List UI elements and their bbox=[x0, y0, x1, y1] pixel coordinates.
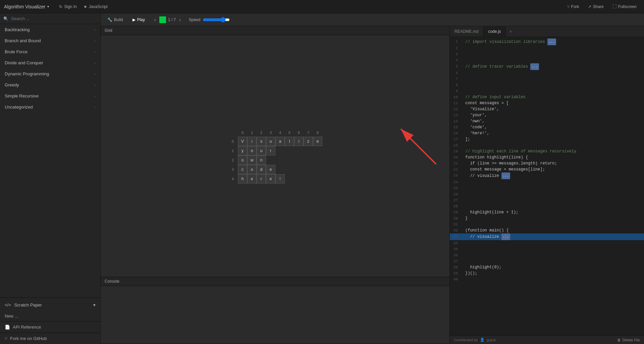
code-line: 15 'code', bbox=[450, 124, 644, 130]
line-number: 6 bbox=[451, 70, 461, 76]
code-line: 31 bbox=[450, 221, 644, 227]
line-dot bbox=[461, 191, 465, 197]
delete-icon: 🗑 bbox=[617, 338, 621, 342]
sidebar-nav-item[interactable]: Divide and Conquer› bbox=[0, 57, 100, 68]
line-dot: · bbox=[461, 39, 465, 45]
grid-cell: l bbox=[285, 137, 294, 146]
code-tabs: README.md code.js + bbox=[450, 26, 644, 37]
line-dot bbox=[461, 70, 465, 76]
sidebar-nav-item[interactable]: Simple Recursive› bbox=[0, 90, 100, 101]
sidebar-nav-item[interactable]: Branch and Bound› bbox=[0, 35, 100, 46]
line-number: 33 bbox=[451, 233, 461, 240]
build-button[interactable]: 🔧 Build bbox=[104, 16, 126, 23]
line-dot bbox=[461, 221, 465, 227]
scratch-paper-header[interactable]: </> Scratch Paper ▾ bbox=[0, 299, 100, 311]
line-content: 'here!', bbox=[465, 130, 489, 136]
line-dot bbox=[461, 166, 465, 173]
grid-panel-header: Grid bbox=[101, 26, 449, 35]
grid-cell: o bbox=[247, 146, 257, 155]
code-line: 30} bbox=[450, 215, 644, 221]
line-content: // import visualization libraries ... bbox=[465, 39, 556, 45]
code-line: 5·// define tracer variables ... bbox=[450, 63, 644, 70]
code-line: 22 const message = messages[line]; bbox=[450, 166, 644, 173]
line-number: 28 bbox=[451, 203, 461, 209]
line-content: highlight(0); bbox=[465, 264, 501, 270]
app-title-chevron-icon: ▾ bbox=[47, 5, 49, 8]
fullscreen-icon: ⛶ bbox=[612, 4, 616, 9]
code-line: 4 bbox=[450, 57, 644, 63]
grid-cell: a bbox=[275, 137, 285, 146]
fork-github-link[interactable]: ⑂ Fork me on GitHub bbox=[0, 333, 100, 344]
code-line: 40 bbox=[450, 276, 644, 282]
tab-readme[interactable]: README.md bbox=[450, 26, 483, 37]
line-number: 32 bbox=[451, 227, 461, 233]
delete-file-button[interactable]: 🗑 Delete File bbox=[617, 338, 640, 342]
code-line: 12 'Visualize', bbox=[450, 106, 644, 112]
code-line: 21 if (line >= messages.length) return; bbox=[450, 160, 644, 166]
nav-prev-button[interactable]: ‹ bbox=[152, 16, 158, 23]
grid-row-label: 4 bbox=[228, 174, 238, 184]
chevron-right-icon: › bbox=[94, 39, 96, 43]
line-dot bbox=[461, 118, 465, 124]
sidebar-nav-item[interactable]: Brute Force› bbox=[0, 46, 100, 57]
line-number: 36 bbox=[451, 252, 461, 258]
inline-badge: ... bbox=[547, 39, 556, 45]
line-dot bbox=[461, 142, 465, 148]
code-panel: README.md code.js + 1·// import visualiz… bbox=[449, 26, 644, 344]
app-title: Algorithm Visualizer ▾ bbox=[4, 4, 49, 9]
line-content: if (line >= messages.length) return; bbox=[465, 160, 557, 166]
grid-row: 2own bbox=[228, 155, 322, 165]
line-number: 16 bbox=[451, 130, 461, 136]
chevron-right-icon: › bbox=[94, 61, 96, 65]
grid-cell bbox=[294, 155, 304, 165]
grid-row-label: 2 bbox=[228, 155, 238, 165]
line-number: 29 bbox=[451, 209, 461, 215]
line-number: 4 bbox=[451, 57, 461, 63]
code-line: 25 bbox=[450, 185, 644, 191]
fullscreen-button[interactable]: ⛶ Fullscreen bbox=[609, 3, 640, 10]
tab-codejs[interactable]: code.js bbox=[483, 26, 506, 37]
code-line: 11const messages = [ bbox=[450, 100, 644, 106]
center-area: 🔧 Build ▶ Play ‹ 1 / 7 › Speed bbox=[101, 13, 644, 344]
sidebar-nav-item[interactable]: Backtracking› bbox=[0, 24, 100, 35]
line-content: } bbox=[465, 215, 468, 221]
console-panel-header: Console bbox=[101, 277, 449, 286]
share-button[interactable]: ↗ Share bbox=[585, 3, 607, 10]
add-tab-button[interactable]: + bbox=[506, 26, 515, 37]
line-number: 8 bbox=[451, 82, 461, 88]
line-content: // define tracer variables ... bbox=[465, 63, 539, 70]
speed-label: Speed bbox=[189, 17, 201, 22]
speed-slider[interactable] bbox=[203, 17, 230, 22]
grid-row: 1your bbox=[228, 146, 322, 155]
code-line: 20function highlight(line) { bbox=[450, 154, 644, 160]
play-button[interactable]: ▶ Play bbox=[129, 16, 148, 23]
line-dot bbox=[461, 227, 465, 233]
line-dot bbox=[461, 252, 465, 258]
grid-col-label: 1 bbox=[247, 129, 257, 137]
sidebar-nav-item[interactable]: Dynamic Programming› bbox=[0, 68, 100, 79]
api-reference-link[interactable]: 📄 API Reference bbox=[0, 321, 100, 333]
nav-item-label: Uncategorized bbox=[5, 105, 33, 110]
sign-in-button[interactable]: ↻ Sign In bbox=[56, 3, 80, 10]
line-dot: · bbox=[461, 63, 465, 70]
nav-item-label: Greedy bbox=[5, 82, 19, 87]
line-number: 24 bbox=[451, 179, 461, 185]
line-number: 9 bbox=[451, 88, 461, 94]
nav-list: Backtracking›Branch and Bound›Brute Forc… bbox=[0, 24, 100, 297]
line-content: highlight(line + 1); bbox=[465, 209, 518, 215]
sidebar-nav-item[interactable]: Uncategorized› bbox=[0, 101, 100, 113]
grid-cell: o bbox=[247, 165, 257, 174]
line-number: 11 bbox=[451, 100, 461, 106]
fork-button[interactable]: ⑂ Fork bbox=[564, 3, 583, 10]
fork-icon: ⑂ bbox=[567, 4, 570, 9]
new-scratch-button[interactable]: New ... bbox=[0, 311, 100, 321]
nav-next-button[interactable]: › bbox=[177, 16, 183, 23]
sidebar-nav-item[interactable]: Greedy› bbox=[0, 79, 100, 90]
javascript-button[interactable]: ★ JavaScript bbox=[80, 3, 111, 10]
search-input[interactable] bbox=[11, 16, 97, 21]
line-dot bbox=[461, 246, 465, 252]
nav-item-label: Dynamic Programming bbox=[5, 71, 49, 76]
share-icon: ↗ bbox=[588, 4, 591, 9]
line-number: 2 bbox=[451, 45, 461, 51]
grid-row-label: 1 bbox=[228, 146, 238, 155]
